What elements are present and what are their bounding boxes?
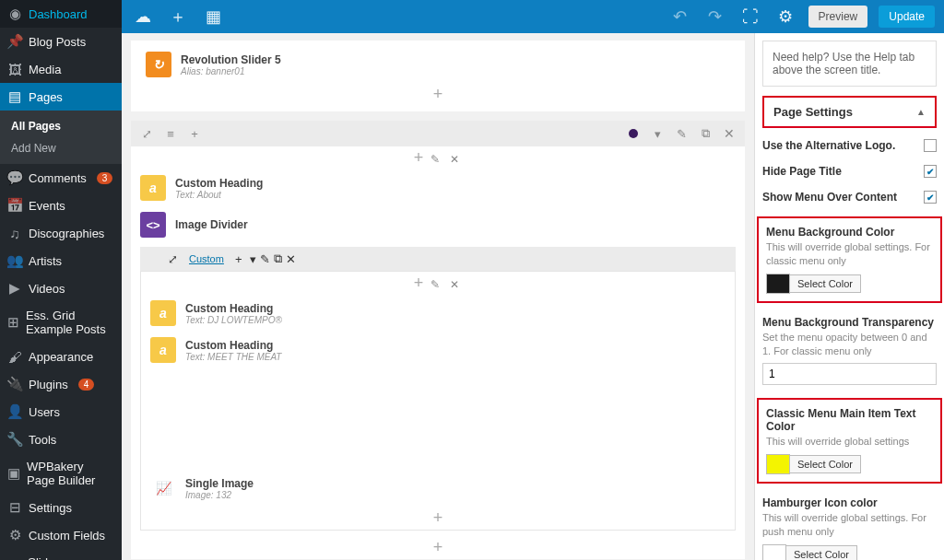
sidebar-item-blog-posts[interactable]: 📌Blog Posts — [0, 28, 122, 55]
columns-icon[interactable]: ≡ — [160, 123, 181, 144]
admin-sidebar: ◉Dashboard 📌Blog Posts 🖼Media ▤Pages All… — [0, 0, 122, 560]
sidebar-item-plugins[interactable]: 🔌Plugins4 — [0, 370, 122, 398]
grid-icon: ⊞ — [7, 315, 19, 330]
element-custom-heading[interactable]: a Custom Heading Text: About — [131, 169, 745, 206]
wpbakery-icon: ▣ — [7, 466, 20, 481]
sidebar-item-videos[interactable]: ▶Videos — [0, 274, 122, 302]
select-color-button[interactable]: Select Color — [790, 455, 861, 473]
color-swatch[interactable] — [766, 274, 790, 294]
page-settings-toggle[interactable]: Page Settings ▲ — [762, 96, 937, 128]
settings-button[interactable]: ⚙ — [773, 5, 797, 29]
element-title: Revolution Slider 5 — [181, 53, 281, 66]
add-icon[interactable]: + — [235, 252, 242, 266]
alt-logo-checkbox[interactable] — [924, 139, 937, 152]
heading-icon: a — [150, 300, 176, 326]
sidebar-item-dashboard[interactable]: ◉Dashboard — [0, 0, 122, 28]
update-button[interactable]: Update — [879, 6, 935, 28]
element-revslider[interactable]: ↻ Revolution Slider 5 Alias: banner01 — [136, 46, 739, 83]
redo-button[interactable]: ↷ — [703, 5, 727, 29]
element-single-image[interactable]: 📈 Single Image Image: 132 — [141, 470, 735, 507]
clone-icon[interactable]: ⧉ — [695, 123, 715, 144]
element-title: Image Divider — [175, 218, 248, 231]
field-label: Hamburger Icon color — [762, 496, 878, 509]
sidebar-item-artists[interactable]: 👥Artists — [0, 247, 122, 274]
chevron-down-icon[interactable]: ▾ — [250, 252, 256, 266]
field-label: Show Menu Over Content — [762, 191, 897, 204]
hide-title-checkbox[interactable]: ✔ — [924, 165, 937, 178]
add-line[interactable]: + ✎ ✕ — [131, 146, 745, 169]
element-image-divider[interactable]: <> Image Divider — [131, 206, 745, 243]
close-icon[interactable]: ✕ — [450, 153, 459, 166]
field-label: Menu Background Color — [766, 226, 894, 239]
builder-canvas: ↻ Revolution Slider 5 Alias: banner01 + … — [122, 33, 754, 560]
color-swatch[interactable] — [762, 544, 786, 560]
field-menu-bg-color: Menu Background Color This will override… — [757, 216, 942, 303]
template-button[interactable]: ▦ — [201, 5, 225, 29]
sidebar-item-appearance[interactable]: 🖌Appearance — [0, 343, 122, 370]
color-swatch[interactable] — [766, 454, 790, 474]
sidebar-label: Media — [29, 63, 61, 76]
sidebar-label: WPBakery Page Builder — [27, 460, 114, 487]
sidebar-item-settings[interactable]: ⊟Settings — [0, 494, 122, 521]
add-icon[interactable]: + — [184, 123, 205, 144]
sidebar-item-comments[interactable]: 💬Comments3 — [0, 164, 122, 192]
element-sub: Text: About — [175, 190, 263, 200]
logo-icon[interactable]: ☁ — [131, 5, 155, 29]
sidebar-label: Comments — [29, 171, 87, 185]
sidebar-label: Custom Fields — [29, 529, 105, 542]
sidebar-item-ess-grid-posts[interactable]: ⊞Ess. Grid Example Posts — [0, 302, 122, 343]
sidebar-label: Settings — [29, 501, 72, 515]
add-line[interactable]: + — [131, 536, 745, 559]
move-icon[interactable]: ⤢ — [168, 252, 178, 266]
field-show-menu: Show Menu Over Content ✔ — [762, 191, 937, 204]
add-line[interactable]: + ✎ ✕ — [141, 272, 735, 295]
chevron-down-icon[interactable]: ▾ — [647, 123, 667, 144]
sliders-icon: ⊟ — [7, 500, 22, 515]
add-element-line[interactable]: + — [136, 83, 739, 106]
badge: 4 — [78, 379, 95, 391]
close-icon[interactable]: ✕ — [719, 123, 739, 144]
close-icon[interactable]: ✕ — [286, 252, 296, 266]
sidebar-item-media[interactable]: 🖼Media — [0, 55, 122, 83]
edit-icon[interactable]: ✎ — [260, 252, 270, 266]
sidebar-item-events[interactable]: 📅Events — [0, 192, 122, 219]
field-hide-title: Hide Page Title ✔ — [762, 165, 937, 178]
divider-icon: <> — [140, 212, 166, 238]
sidebar-label: Tools — [29, 433, 56, 447]
sidebar-item-slider-revolution[interactable]: ◐Slider Revolution — [0, 549, 122, 560]
status-dot-icon — [629, 129, 638, 138]
section-title-text: Page Settings — [773, 105, 853, 119]
element-title: Custom Heading — [185, 302, 282, 315]
select-color-button[interactable]: Select Color — [790, 274, 861, 293]
move-icon[interactable]: ⤢ — [136, 123, 157, 144]
element-custom-heading[interactable]: a Custom Heading Text: MEET THE MEAT — [141, 332, 735, 368]
sidebar-item-pages[interactable]: ▤Pages — [0, 83, 122, 111]
sidebar-item-custom-fields[interactable]: ⚙Custom Fields — [0, 521, 122, 549]
show-menu-checkbox[interactable]: ✔ — [924, 191, 937, 204]
inner-label[interactable]: Custom — [182, 252, 231, 265]
sidebar-sub-all-pages[interactable]: All Pages — [0, 115, 122, 137]
pages-icon: ▤ — [7, 89, 22, 104]
undo-button[interactable]: ↶ — [668, 5, 692, 29]
sidebar-sub-add-new[interactable]: Add New — [0, 137, 122, 159]
dashboard-icon: ◉ — [7, 6, 22, 21]
select-color-button[interactable]: Select Color — [786, 545, 857, 560]
element-custom-heading[interactable]: a Custom Heading Text: DJ LOWTEMPO® — [141, 295, 735, 332]
gear-icon: ⚙ — [7, 528, 22, 542]
heading-icon: a — [140, 175, 166, 201]
sidebar-label: Ess. Grid Example Posts — [26, 309, 114, 336]
sidebar-item-users[interactable]: 👤Users — [0, 398, 122, 426]
preview-button[interactable]: Preview — [808, 6, 868, 28]
clone-icon[interactable]: ⧉ — [274, 251, 282, 266]
sidebar-item-tools[interactable]: 🔧Tools — [0, 426, 122, 453]
edit-icon[interactable]: ✎ — [671, 123, 691, 144]
add-line[interactable]: + — [141, 507, 735, 530]
fullscreen-button[interactable]: ⛶ — [738, 5, 762, 29]
sidebar-label: Discographies — [29, 227, 104, 240]
field-menu-transparency: Menu Background Transparency Set the men… — [762, 316, 937, 386]
add-element-button[interactable]: ＋ — [166, 5, 190, 29]
sidebar-item-wpbakery[interactable]: ▣WPBakery Page Builder — [0, 453, 122, 494]
edit-icon[interactable]: ✎ — [431, 153, 440, 166]
transparency-input[interactable] — [762, 363, 937, 385]
sidebar-item-discographies[interactable]: ♫Discographies — [0, 219, 122, 247]
